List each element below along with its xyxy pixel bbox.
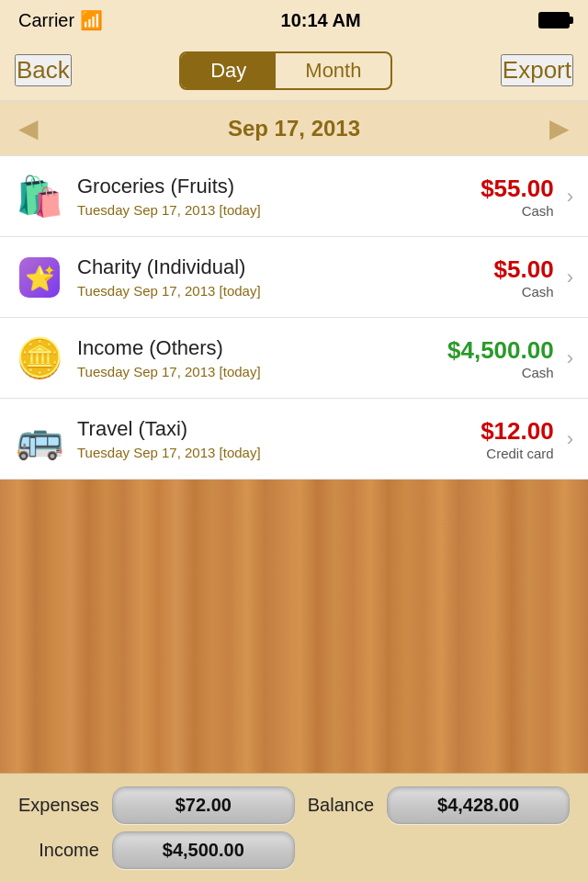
chevron-right-icon: › bbox=[567, 427, 573, 451]
segmented-control: Day Month bbox=[179, 51, 392, 90]
current-date: Sep 17, 2013 bbox=[228, 116, 360, 141]
transaction-amount: $5.00 bbox=[494, 255, 554, 284]
back-button[interactable]: Back bbox=[15, 54, 72, 86]
transaction-payment: Cash bbox=[522, 284, 554, 300]
transaction-date: Tuesday Sep 17, 2013 [today] bbox=[77, 364, 447, 379]
seg-month-button[interactable]: Month bbox=[276, 53, 390, 88]
date-nav: ◀ Sep 17, 2013 ▶ bbox=[0, 101, 588, 156]
transaction-date: Tuesday Sep 17, 2013 [today] bbox=[77, 283, 494, 299]
next-date-button[interactable]: ▶ bbox=[549, 113, 570, 143]
transaction-name: Travel (Taxi) bbox=[77, 417, 481, 441]
charity-icon: ⭐ ✦ bbox=[15, 253, 64, 302]
income-icon: 🪙 bbox=[15, 334, 64, 383]
expenses-value: $72.00 bbox=[112, 786, 295, 824]
table-row[interactable]: ⭐ ✦ Charity (Individual) Tuesday Sep 17,… bbox=[0, 237, 588, 318]
chevron-right-icon: › bbox=[567, 346, 573, 370]
transaction-name: Charity (Individual) bbox=[77, 255, 494, 279]
export-button[interactable]: Export bbox=[501, 54, 573, 86]
chevron-right-icon: › bbox=[567, 185, 573, 209]
svg-text:✦: ✦ bbox=[43, 263, 55, 278]
transaction-payment: Cash bbox=[522, 365, 554, 380]
main-content: ◀ Sep 17, 2013 ▶ 🛍️ Groceries (Fruits) T… bbox=[0, 101, 588, 882]
transaction-date: Tuesday Sep 17, 2013 [today] bbox=[77, 445, 481, 460]
status-bar: Carrier 📶 10:14 AM bbox=[0, 0, 588, 40]
income-value: $4,500.00 bbox=[112, 831, 295, 869]
nav-bar: Back Day Month Export bbox=[0, 40, 588, 101]
bottom-bar: Expenses $72.00 Balance $4,428.00 Income… bbox=[0, 773, 588, 882]
transaction-payment: Credit card bbox=[486, 446, 553, 461]
expenses-label: Expenses bbox=[18, 795, 99, 816]
income-label: Income bbox=[18, 840, 99, 861]
transaction-list: 🛍️ Groceries (Fruits) Tuesday Sep 17, 20… bbox=[0, 156, 588, 480]
wifi-icon: 📶 bbox=[80, 9, 103, 31]
battery-icon bbox=[538, 12, 570, 28]
chevron-right-icon: › bbox=[567, 266, 573, 289]
carrier-wifi: Carrier 📶 bbox=[18, 9, 103, 31]
status-time: 10:14 AM bbox=[281, 10, 361, 31]
balance-value: $4,428.00 bbox=[387, 786, 570, 824]
transaction-amount: $12.00 bbox=[481, 417, 554, 446]
table-row[interactable]: 🪙 Income (Others) Tuesday Sep 17, 2013 [… bbox=[0, 318, 588, 399]
travel-icon: 🚌 bbox=[15, 414, 64, 464]
groceries-icon: 🛍️ bbox=[15, 172, 64, 221]
transaction-payment: Cash bbox=[522, 203, 554, 219]
battery-area bbox=[538, 12, 570, 28]
carrier-label: Carrier bbox=[18, 10, 74, 31]
seg-day-button[interactable]: Day bbox=[181, 53, 276, 88]
table-row[interactable]: 🚌 Travel (Taxi) Tuesday Sep 17, 2013 [to… bbox=[0, 399, 588, 480]
balance-label: Balance bbox=[308, 795, 374, 816]
prev-date-button[interactable]: ◀ bbox=[18, 113, 39, 143]
transaction-amount: $55.00 bbox=[481, 175, 554, 203]
table-row[interactable]: 🛍️ Groceries (Fruits) Tuesday Sep 17, 20… bbox=[0, 156, 588, 237]
transaction-name: Income (Others) bbox=[77, 336, 447, 360]
transaction-amount: $4,500.00 bbox=[447, 336, 554, 365]
transaction-name: Groceries (Fruits) bbox=[77, 175, 481, 198]
transaction-date: Tuesday Sep 17, 2013 [today] bbox=[77, 202, 481, 218]
